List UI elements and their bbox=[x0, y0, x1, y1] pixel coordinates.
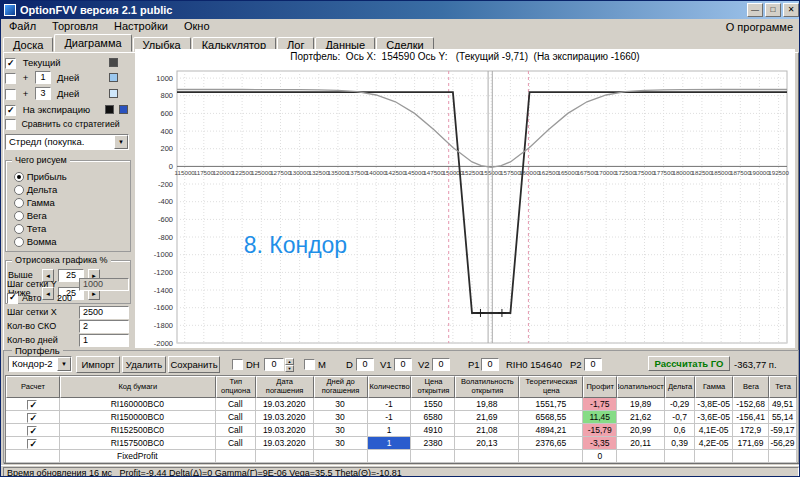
table-row[interactable]: FixedProfit0 bbox=[6, 450, 797, 463]
table-row[interactable]: RI160000BC0Call19.03.202030-1155019,8815… bbox=[6, 398, 797, 411]
cell-qty[interactable]: -1 bbox=[368, 398, 412, 411]
table-row[interactable]: RI152500BC0Call19.03.2020301491021,08489… bbox=[6, 424, 797, 437]
cell-vega[interactable]: 171,69 bbox=[733, 437, 769, 450]
radio-vomma[interactable] bbox=[14, 237, 24, 247]
cell-vol[interactable]: 21,62 bbox=[617, 411, 665, 424]
cell-open_vol[interactable]: 20,13 bbox=[455, 437, 519, 450]
maximize-button[interactable]: □ bbox=[765, 3, 781, 17]
row-checkbox[interactable] bbox=[27, 400, 37, 410]
delete-button[interactable]: Удалить bbox=[122, 356, 166, 373]
cell-profit[interactable]: -15,79 bbox=[583, 424, 617, 437]
v2-field[interactable]: 0 bbox=[432, 358, 450, 371]
cell-delta[interactable]: -0,29 bbox=[665, 398, 695, 411]
cell-days[interactable]: 30 bbox=[314, 437, 368, 450]
column-header-open_vol[interactable]: Волатильность открытия bbox=[455, 376, 519, 398]
cell-theo_price[interactable]: 2376,65 bbox=[519, 437, 583, 450]
column-header-check[interactable]: Расчет bbox=[6, 376, 60, 398]
cell-delta[interactable]: 0,6 bbox=[665, 424, 695, 437]
column-header-vol[interactable]: Волатильность bbox=[617, 376, 665, 398]
chevron-down-icon[interactable]: ▼ bbox=[57, 357, 71, 371]
menu-trade[interactable]: Торговля bbox=[44, 19, 106, 34]
radio-vega[interactable] bbox=[14, 211, 24, 221]
cell-vol[interactable]: 20,11 bbox=[617, 437, 665, 450]
save-button[interactable]: Сохранить bbox=[168, 356, 220, 373]
cell-type[interactable]: Call bbox=[216, 398, 256, 411]
cell-theta[interactable]: 55,14 bbox=[769, 411, 797, 424]
tab-board[interactable]: Доска bbox=[3, 37, 53, 52]
cell-code[interactable]: RI150000BC0 bbox=[60, 411, 216, 424]
column-header-gamma[interactable]: Гамма bbox=[695, 376, 733, 398]
menu-settings[interactable]: Настройки bbox=[106, 19, 176, 34]
current-checkbox[interactable] bbox=[5, 58, 16, 69]
option-gamma[interactable]: Гамма bbox=[14, 197, 55, 209]
import-button[interactable]: Импорт bbox=[76, 356, 120, 373]
plus3-checkbox[interactable] bbox=[5, 89, 16, 100]
compare-checkbox[interactable] bbox=[5, 119, 16, 130]
cell-theo_price[interactable] bbox=[519, 450, 583, 463]
cell-code[interactable]: RI152500BC0 bbox=[60, 424, 216, 437]
cell-days[interactable]: 30 bbox=[314, 424, 368, 437]
chevron-down-icon[interactable]: ▼ bbox=[114, 135, 128, 149]
column-header-days[interactable]: Дней до погашения bbox=[314, 376, 368, 398]
cell-check[interactable] bbox=[6, 437, 60, 450]
cell-profit[interactable]: 0 bbox=[583, 450, 617, 463]
cell-qty[interactable]: 1 bbox=[368, 437, 412, 450]
cell-type[interactable] bbox=[216, 450, 256, 463]
column-header-code[interactable]: Код бумаги bbox=[60, 376, 216, 398]
days-count-field[interactable]: 1 bbox=[79, 334, 129, 347]
cell-gamma[interactable]: -3,8E-05 bbox=[695, 398, 733, 411]
plus3-days-field[interactable]: 3 bbox=[35, 87, 51, 100]
cell-vega[interactable]: 172,9 bbox=[733, 424, 769, 437]
cell-date[interactable]: 19.03.2020 bbox=[256, 398, 314, 411]
cell-type[interactable]: Call bbox=[216, 437, 256, 450]
radio-theta[interactable] bbox=[14, 224, 24, 234]
payoff-chart[interactable]: 10008006004002000-200-400-600-800-1000-1… bbox=[137, 65, 793, 347]
title-bar[interactable]: OptionFVV версия 2.1 public — □ ✕ bbox=[1, 1, 800, 19]
table-row[interactable]: RI157500BC0Call19.03.2020301238020,13237… bbox=[6, 437, 797, 450]
m-checkbox[interactable] bbox=[304, 359, 315, 370]
cell-price[interactable]: 6580 bbox=[411, 411, 455, 424]
radio-profit[interactable] bbox=[14, 172, 24, 182]
cell-price[interactable]: 2380 bbox=[411, 437, 455, 450]
portfolio-preset-dropdown[interactable]: Кондор-2 ▼ bbox=[8, 356, 72, 372]
option-vomma[interactable]: Вомма bbox=[14, 236, 57, 248]
sko-count-field[interactable]: 2 bbox=[79, 320, 129, 333]
cell-qty[interactable]: 1 bbox=[368, 424, 412, 437]
cell-vol[interactable]: 19,89 bbox=[617, 398, 665, 411]
cell-gamma[interactable]: 4,1E-05 bbox=[695, 424, 733, 437]
cell-date[interactable]: 19.03.2020 bbox=[256, 437, 314, 450]
cell-delta[interactable] bbox=[665, 450, 695, 463]
radio-gamma[interactable] bbox=[14, 198, 24, 208]
plus1-days-field[interactable]: 1 bbox=[35, 71, 51, 84]
cell-days[interactable] bbox=[314, 450, 368, 463]
cell-type[interactable]: Call bbox=[216, 424, 256, 437]
cell-theo_price[interactable]: 4894,21 bbox=[519, 424, 583, 437]
option-delta[interactable]: Дельта bbox=[14, 184, 57, 196]
menu-about[interactable]: О программе bbox=[718, 21, 800, 33]
cell-price[interactable] bbox=[411, 450, 455, 463]
cell-qty[interactable]: -1 bbox=[368, 411, 412, 424]
menu-file[interactable]: Файл bbox=[1, 19, 44, 34]
column-header-delta[interactable]: Дельта bbox=[665, 376, 695, 398]
cell-date[interactable] bbox=[256, 450, 314, 463]
plus1-checkbox[interactable] bbox=[5, 73, 16, 84]
option-theta[interactable]: Тета bbox=[14, 223, 46, 235]
close-button[interactable]: ✕ bbox=[783, 3, 799, 17]
cell-profit[interactable]: -3,35 bbox=[583, 437, 617, 450]
column-header-theta[interactable]: Тета bbox=[769, 376, 797, 398]
dh-spinner-value[interactable]: 0 bbox=[264, 358, 284, 371]
cell-theo_price[interactable]: 1551,75 bbox=[519, 398, 583, 411]
cell-code[interactable]: FixedProfit bbox=[60, 450, 216, 463]
v1-field[interactable]: 0 bbox=[394, 358, 412, 371]
cell-vol[interactable]: 20,99 bbox=[617, 424, 665, 437]
cell-vega[interactable]: -152,68 bbox=[733, 398, 769, 411]
cell-check[interactable] bbox=[6, 398, 60, 411]
cell-open_vol[interactable]: 21,08 bbox=[455, 424, 519, 437]
cell-type[interactable]: Call bbox=[216, 411, 256, 424]
cell-delta[interactable]: 0,39 bbox=[665, 437, 695, 450]
cell-theta[interactable]: 49,51 bbox=[769, 398, 797, 411]
minimize-button[interactable]: — bbox=[747, 3, 763, 17]
cell-price[interactable]: 4910 bbox=[411, 424, 455, 437]
cell-open_vol[interactable]: 19,88 bbox=[455, 398, 519, 411]
spin-up-icon[interactable]: ▲ bbox=[285, 358, 294, 365]
